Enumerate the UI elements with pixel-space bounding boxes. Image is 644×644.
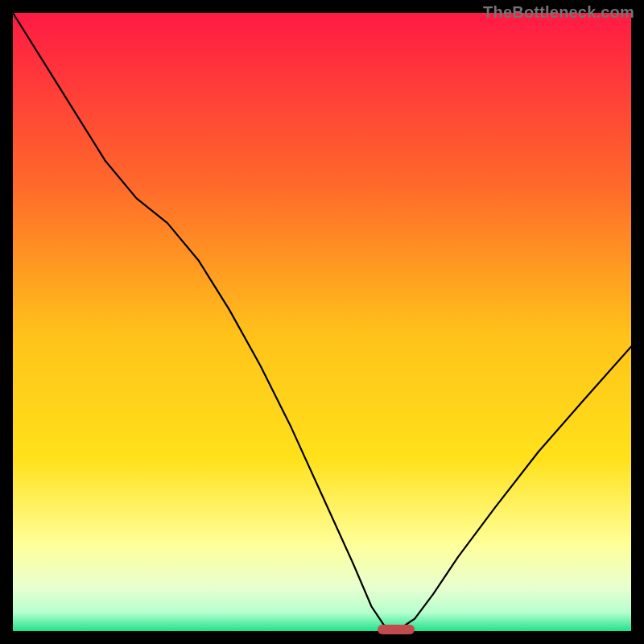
watermark: TheBottleneck.com — [483, 3, 634, 22]
optimum-marker — [378, 625, 415, 634]
chart-svg — [13, 13, 631, 631]
gradient-background — [13, 13, 631, 631]
plot-area — [13, 13, 631, 631]
